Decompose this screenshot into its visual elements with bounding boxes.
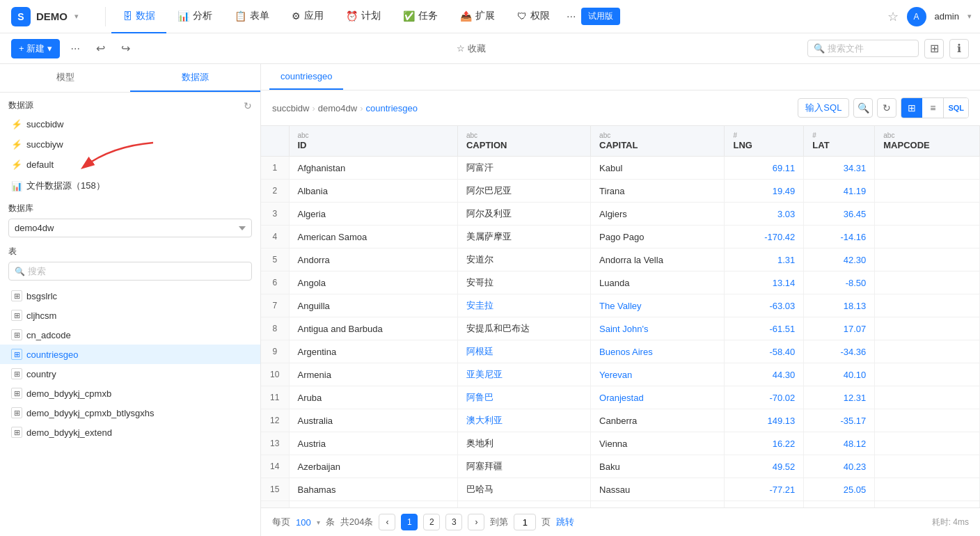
timing-label: 耗时: 4ms	[932, 517, 969, 528]
table-item-country[interactable]: ⊞ country	[0, 364, 260, 384]
sidebar-item-label-succbiyw: succbiyw	[26, 139, 249, 150]
cell-caption: 阿根廷	[457, 340, 590, 363]
nav-more[interactable]: ···	[561, 10, 581, 23]
nav-item-app[interactable]: ⚙ 应用	[280, 0, 335, 33]
table-item-demo_bdyykj_cpmxb[interactable]: ⊞ demo_bdyykj_cpmxb	[0, 384, 260, 403]
jump-btn[interactable]: 跳转	[556, 516, 574, 528]
favorite-btn[interactable]: ☆ 收藏	[457, 42, 486, 55]
nav-item-plan[interactable]: ⏰ 计划	[335, 0, 392, 33]
cell-mapcode	[875, 271, 980, 294]
cell-capital: Manama	[591, 501, 725, 508]
undo-btn[interactable]: ↩	[90, 39, 110, 58]
page-1-btn[interactable]: 1	[401, 514, 418, 530]
info-btn[interactable]: ℹ	[949, 39, 969, 58]
top-nav: S DEMO ▾ 🗄 数据 📊 分析 📋 表单 ⚙ 应用 ⏰ 计划 ✅ 任务	[0, 0, 980, 33]
per-page-size[interactable]: 100	[296, 517, 311, 528]
table-label-country: country	[26, 369, 56, 379]
sidebar-item-succbidw[interactable]: ⚡ succbidw	[0, 114, 260, 134]
sidebar-item-file[interactable]: 📊 文件数据源（158）	[0, 175, 260, 197]
sidebar-item-default[interactable]: ⚡ default	[0, 155, 260, 175]
sidebar-item-label-default: default	[26, 159, 249, 170]
refresh-icon[interactable]: ↻	[244, 100, 252, 111]
grid-view-btn[interactable]: ⊞	[901, 98, 922, 118]
nav-permission-label: 权限	[530, 10, 550, 22]
table-search-input[interactable]	[28, 266, 246, 276]
redo-btn[interactable]: ↪	[116, 39, 135, 58]
avatar[interactable]: A	[907, 7, 926, 26]
nav-item-analysis[interactable]: 📊 分析	[166, 0, 223, 33]
cell-caption: 阿尔及利亚	[457, 203, 590, 226]
page-3-btn[interactable]: 3	[445, 514, 462, 530]
table-item-demo_bdyykj_extend[interactable]: ⊞ demo_bdyykj_extend	[0, 423, 260, 442]
sql-view-btn[interactable]: SQL	[943, 98, 968, 118]
cell-id: Armenia	[289, 363, 457, 386]
cell-capital: Canberra	[591, 409, 725, 432]
breadcrumb-db[interactable]: demo4dw	[318, 103, 357, 113]
search-input[interactable]	[828, 43, 911, 54]
tab-datasource[interactable]: 数据源	[130, 64, 260, 92]
nav-item-task[interactable]: ✅ 任务	[392, 0, 449, 33]
next-page-btn[interactable]: ›	[468, 514, 484, 530]
nav-item-permission[interactable]: 🛡 权限	[506, 0, 561, 33]
table-item-cljhcsm[interactable]: ⊞ cljhcsm	[0, 306, 260, 325]
favorite-icon: ☆	[457, 43, 465, 54]
breadcrumb-source[interactable]: succbidw	[272, 103, 309, 113]
cell-row-num: 8	[261, 317, 289, 340]
cell-id: Argentina	[289, 340, 457, 363]
table-item-bsgslrlc[interactable]: ⊞ bsgslrlc	[0, 286, 260, 306]
cell-row-num: 13	[261, 432, 289, 455]
search-box[interactable]: 🔍	[807, 40, 919, 57]
nav-trial[interactable]: 试用版	[581, 8, 620, 25]
sidebar-item-succbiyw[interactable]: ⚡ succbiyw	[0, 134, 260, 155]
list-view-btn[interactable]: ≡	[922, 98, 943, 118]
content-tab-countriesgeo[interactable]: countriesgeo	[269, 64, 343, 90]
cell-mapcode	[875, 478, 980, 501]
page-2-btn[interactable]: 2	[423, 514, 440, 530]
table-label-demo_bdyykj_cpmxb_btlysgxhs: demo_bdyykj_cpmxb_btlysgxhs	[26, 408, 155, 418]
toolbar: + 新建 ▾ ··· ↩ ↪ ☆ 收藏 🔍 ⊞ ℹ	[0, 33, 980, 64]
datasource-icon-succbiyw: ⚡	[11, 139, 22, 150]
analysis-icon: 📊	[177, 10, 189, 22]
cell-lng: 44.30	[725, 363, 804, 386]
cell-lng: -61.51	[725, 317, 804, 340]
table-row: 15 Bahamas 巴哈马 Nassau -77.21 25.05	[261, 478, 980, 501]
sql-input-btn[interactable]: 输入SQL	[798, 98, 849, 118]
nav-item-extend[interactable]: 📤 扩展	[449, 0, 506, 33]
sidebar-tabs: 模型 数据源	[0, 64, 260, 93]
table-label-cn_adcode: cn_adcode	[26, 330, 71, 340]
th-lng: # LNG	[725, 126, 804, 157]
tab-model[interactable]: 模型	[0, 64, 130, 92]
table-row: 4 American Samoa 美属萨摩亚 Pago Pago -170.42…	[261, 226, 980, 249]
new-button[interactable]: + 新建 ▾	[11, 39, 60, 58]
nav-item-form[interactable]: 📋 表单	[223, 0, 280, 33]
page-input[interactable]	[514, 514, 536, 530]
table-item-countriesgeo[interactable]: ⊞ countriesgeo	[0, 345, 260, 364]
table-search[interactable]: 🔍	[8, 262, 252, 281]
db-label: 数据库	[8, 203, 252, 214]
nav-item-data[interactable]: 🗄 数据	[111, 0, 166, 33]
table-list: ⊞ bsgslrlc ⊞ cljhcsm ⊞ cn_adcode ⊞ count…	[0, 286, 260, 442]
datasource-icon-default: ⚡	[11, 159, 22, 170]
admin-label[interactable]: admin	[935, 11, 959, 22]
datasource-icon-file: 📊	[11, 181, 22, 191]
cell-mapcode	[875, 317, 980, 340]
prev-page-btn[interactable]: ‹	[379, 514, 395, 530]
header-search-btn[interactable]: 🔍	[853, 98, 873, 118]
data-view: succbidw › demo4dw › countriesgeo 输入SQL …	[261, 90, 980, 536]
nav-star-icon[interactable]: ☆	[887, 9, 899, 24]
cell-row-num: 6	[261, 271, 289, 294]
table-item-demo_bdyykj_cpmxb_btlysgxhs[interactable]: ⊞ demo_bdyykj_cpmxb_btlysgxhs	[0, 403, 260, 423]
view-toggle-right: ⊞ ≡ SQL	[901, 97, 969, 118]
cell-caption: 澳大利亚	[457, 409, 590, 432]
table-item-cn_adcode[interactable]: ⊞ cn_adcode	[0, 325, 260, 345]
cell-row-num: 16	[261, 501, 289, 508]
cell-capital: Kabul	[591, 157, 725, 180]
header-refresh-btn[interactable]: ↻	[877, 98, 896, 118]
toolbar-more-btn[interactable]: ···	[65, 39, 85, 58]
logo-area[interactable]: S DEMO ▾	[8, 7, 106, 26]
cell-id: Anguilla	[289, 294, 457, 317]
cell-capital: Pago Pago	[591, 226, 725, 249]
cell-mapcode	[875, 501, 980, 508]
layout-toggle-btn[interactable]: ⊞	[924, 39, 944, 58]
db-select[interactable]: demo4dw default succbidw	[8, 219, 252, 237]
